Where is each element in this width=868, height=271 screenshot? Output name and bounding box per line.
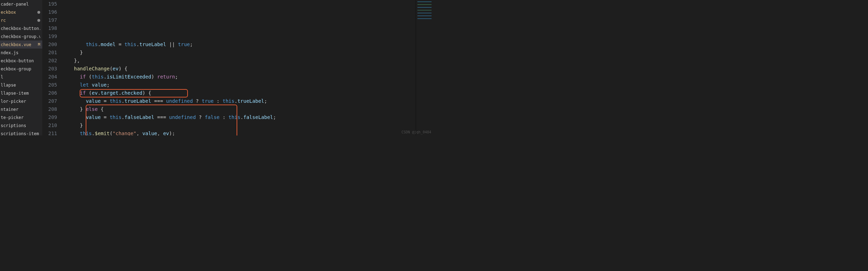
minimap[interactable]: [416, 0, 434, 136]
sidebar-item-label: checkbox-button.vue: [1, 26, 40, 31]
code-token: [62, 66, 74, 71]
code-token: trueLabel: [139, 42, 166, 47]
code-token: false: [205, 114, 220, 120]
code-token: ?: [196, 114, 204, 120]
sidebar-item-eckbox-button[interactable]: eckbox-button: [0, 57, 42, 65]
code-token: .: [98, 42, 100, 47]
sidebar-item-checkbox-vue[interactable]: checkbox.vueM: [0, 40, 42, 49]
code-token: falseLabel: [124, 114, 154, 120]
line-number: 209: [42, 113, 57, 121]
sidebar-item-scriptions[interactable]: scriptions: [0, 121, 42, 130]
sidebar-item-eckbox[interactable]: eckbox: [0, 8, 42, 16]
code-token: isLimitExceeded: [106, 74, 151, 80]
code-token: return: [157, 74, 175, 80]
code-token: .: [118, 90, 121, 96]
code-token: }: [62, 106, 86, 112]
code-line[interactable]: if (ev.target.checked) {: [62, 89, 416, 97]
code-token: :: [214, 98, 222, 104]
sidebar-item-label: scriptions: [1, 123, 40, 128]
code-token: .: [98, 90, 100, 96]
unsaved-dot-icon: [37, 19, 40, 22]
sidebar-item-checkbox-button-vue[interactable]: checkbox-button.vue: [0, 24, 42, 32]
code-token: falseLabel: [243, 114, 273, 120]
sidebar-item-checkbox-group-vue[interactable]: checkbox-group.vue: [0, 32, 42, 40]
code-token: ===: [151, 98, 166, 104]
code-line[interactable]: }: [62, 121, 416, 130]
sidebar-item-label: ndex.js: [1, 50, 40, 55]
code-token: );: [169, 131, 175, 136]
code-token: checked: [122, 90, 142, 96]
sidebar-item-ndex-js[interactable]: ndex.js: [0, 49, 42, 57]
code-token: ev: [92, 90, 98, 96]
code-token: model: [101, 42, 116, 47]
line-number: 199: [42, 32, 57, 40]
code-token: this: [86, 42, 98, 47]
code-token: value: [92, 82, 106, 88]
code-line[interactable]: value = this.trueLabel === undefined ? t…: [62, 97, 416, 105]
line-number: 207: [42, 97, 57, 105]
code-line[interactable]: value = this.falseLabel === undefined ? …: [62, 113, 416, 121]
sidebar-item-te-picker[interactable]: te-picker: [0, 113, 42, 121]
sidebar-item-label: scriptions-item: [1, 131, 40, 136]
line-number: 197: [42, 16, 57, 24]
code-line[interactable]: if (this.isLimitExceeded) return;: [62, 73, 416, 81]
sidebar-item-label: checkbox.vue: [1, 42, 38, 47]
sidebar-item-cader-panel[interactable]: cader-panel: [0, 0, 42, 8]
code-token: ev: [163, 131, 169, 136]
code-token: target: [101, 90, 119, 96]
code-editor[interactable]: 1951961971981992002012022032042052062072…: [42, 0, 434, 136]
code-token: ===: [154, 114, 169, 120]
code-line[interactable]: handleChange(ev) {: [62, 65, 416, 73]
code-token: }: [62, 122, 83, 128]
sidebar-item-l[interactable]: l: [0, 73, 42, 81]
file-explorer[interactable]: cader-paneleckboxrccheckbox-button.vuech…: [0, 0, 42, 136]
code-token: [62, 90, 80, 96]
editor-window: cader-paneleckboxrccheckbox-button.vuech…: [0, 0, 434, 136]
code-token: ;: [273, 114, 276, 120]
line-number: 208: [42, 105, 57, 113]
line-number: 195: [42, 0, 57, 8]
line-number: 211: [42, 130, 57, 136]
sidebar-item-rc[interactable]: rc: [0, 16, 42, 24]
code-line[interactable]: let value;: [62, 81, 416, 89]
code-line[interactable]: } else {: [62, 105, 416, 113]
line-number: 204: [42, 73, 57, 81]
sidebar-item-llapse[interactable]: llapse: [0, 81, 42, 89]
code-token: this: [222, 98, 234, 104]
code-token: .: [122, 98, 124, 104]
line-number: 198: [42, 24, 57, 32]
code-line[interactable]: },: [62, 57, 416, 65]
line-number: 206: [42, 89, 57, 97]
code-line[interactable]: this.model = this.trueLabel || true;: [62, 40, 416, 49]
code-token: ||: [166, 42, 178, 47]
code-token: else: [86, 106, 98, 112]
code-token: ;: [264, 98, 267, 104]
sidebar-item-lor-picker[interactable]: lor-picker: [0, 97, 42, 105]
code-token: true: [202, 98, 214, 104]
code-token: .: [122, 114, 124, 120]
vcs-status-badge: M: [38, 42, 40, 47]
sidebar-item-label: cader-panel: [1, 2, 40, 7]
code-line[interactable]: }: [62, 49, 416, 57]
code-token: ev: [112, 66, 118, 71]
code-token: handleChange: [74, 66, 110, 71]
code-token: ;: [190, 42, 193, 47]
code-token: [62, 114, 86, 120]
code-token: [62, 131, 80, 136]
sidebar-item-llapse-item[interactable]: llapse-item: [0, 89, 42, 97]
code-token: ) {: [142, 90, 151, 96]
code-area[interactable]: this.model = this.trueLabel || true; } }…: [62, 0, 416, 136]
sidebar-item-label: llapse-item: [1, 91, 40, 96]
code-token: ;: [175, 74, 178, 80]
sidebar-item-label: llapse: [1, 83, 40, 88]
sidebar-item-eckbox-group[interactable]: eckbox-group: [0, 65, 42, 73]
code-token: this: [110, 98, 122, 104]
sidebar-item-ntainer[interactable]: ntainer: [0, 105, 42, 113]
code-line[interactable]: this.$emit("change", value, ev);: [62, 130, 416, 136]
sidebar-item-scriptions-item[interactable]: scriptions-item: [0, 130, 42, 136]
code-token: ?: [193, 98, 202, 104]
code-token: $emit: [95, 131, 110, 136]
code-token: true: [178, 42, 190, 47]
code-token: (: [86, 74, 92, 80]
sidebar-item-label: rc: [1, 18, 37, 23]
